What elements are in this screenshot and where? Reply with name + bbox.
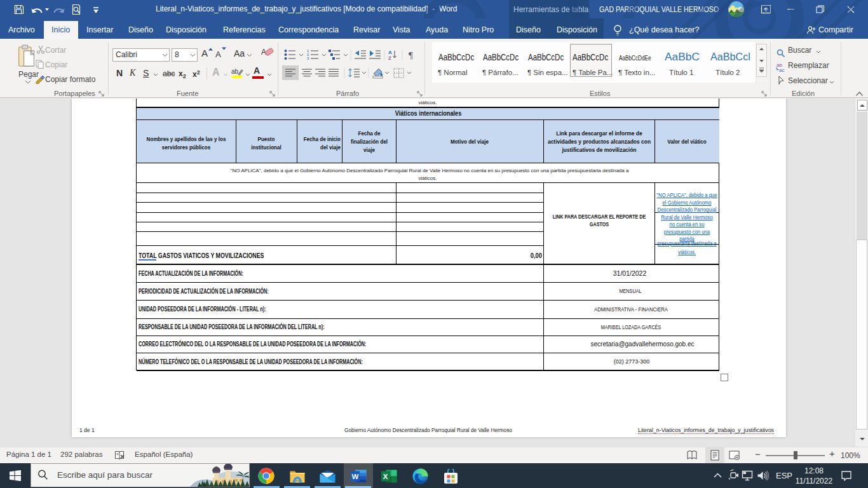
svg-text:ab: ab [231,68,239,75]
svg-text:W: W [352,473,359,480]
svg-text:¶: ¶ [409,50,413,60]
svg-text:ac: ac [779,67,784,72]
svg-text:3: 3 [307,57,309,60]
svg-text:A: A [388,50,392,55]
svg-text:X: X [383,473,388,480]
svg-text:Z: Z [388,55,391,60]
